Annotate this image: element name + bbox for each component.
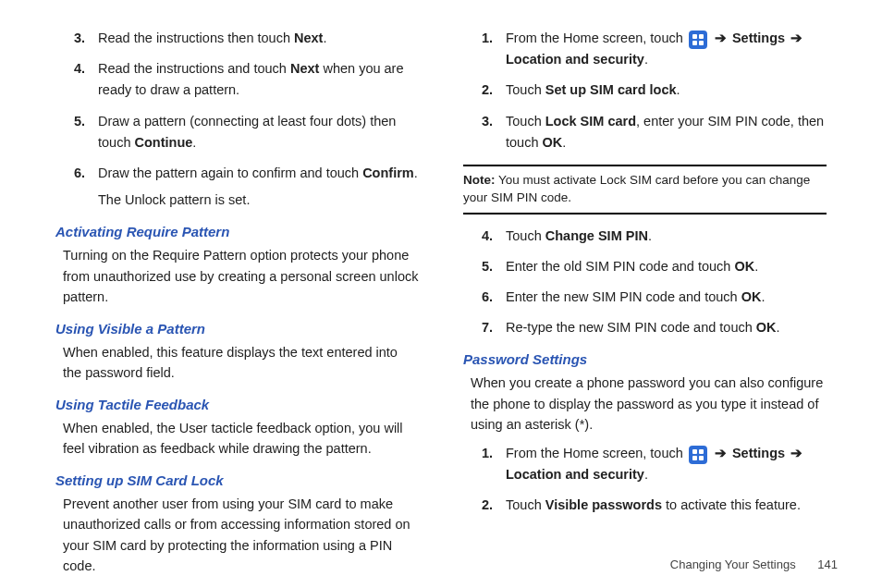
step-number: 3. — [463, 111, 506, 153]
paragraph: When you create a phone password you can… — [471, 373, 827, 435]
list-item: 3. Touch Lock SIM card, enter your SIM P… — [463, 111, 827, 153]
arrow-icon: ➔ — [790, 446, 802, 460]
text: Touch — [506, 114, 545, 129]
text: Enter the new SIM PIN code and touch — [506, 289, 741, 304]
step-number: 1. — [463, 28, 506, 70]
list-item: 5. Draw a pattern (connecting at least f… — [55, 111, 419, 153]
note-label: Note: — [463, 173, 496, 187]
paragraph: When enabled, the User tacticle feedback… — [63, 418, 419, 459]
heading-activating-require-pattern: Activating Require Pattern — [55, 224, 419, 239]
bold: Next — [290, 61, 319, 76]
step-number: 6. — [55, 163, 98, 211]
step-body: Read the instructions then touch Next. — [98, 28, 419, 49]
bold: OK — [543, 135, 563, 150]
extra-line: The Unlock pattern is set. — [98, 190, 419, 211]
page-number: 141 — [817, 557, 838, 571]
note-body: You must activate Lock SIM card before y… — [463, 173, 810, 204]
text: Read the instructions and touch — [98, 61, 290, 76]
list-item: 1. From the Home screen, touch ➔ Setting… — [463, 28, 827, 70]
paragraph: When enabled, this feature displays the … — [63, 342, 419, 384]
list-item: 1. From the Home screen, touch ➔ Setting… — [463, 443, 827, 485]
step-number: 4. — [463, 226, 506, 247]
bold: Set up SIM card lock — [545, 82, 677, 97]
step-number: 3. — [55, 28, 98, 49]
step-body: Touch Change SIM PIN. — [506, 226, 827, 247]
step-number: 1. — [463, 443, 506, 485]
step-body: Enter the new SIM PIN code and touch OK. — [506, 287, 827, 308]
bold: Confirm — [362, 165, 414, 180]
svg-rect-5 — [699, 449, 704, 454]
text: Touch — [506, 82, 545, 97]
text: Touch — [506, 228, 545, 243]
list-item: 7. Re-type the new SIM PIN code and touc… — [463, 317, 827, 338]
step-body: From the Home screen, touch ➔ Settings ➔… — [506, 28, 827, 70]
bold: Next — [294, 31, 323, 45]
bold: Visible passwords — [545, 497, 662, 512]
text: to activate this feature. — [662, 497, 801, 512]
arrow-icon: ➔ — [715, 31, 727, 45]
bold: Settings — [732, 446, 785, 460]
text: Touch — [506, 497, 545, 512]
footer: Changing Your Settings 141 — [670, 557, 838, 571]
list-item: 5. Enter the old SIM PIN code and touch … — [463, 256, 827, 277]
heading-setting-up-sim-card-lock: Setting up SIM Card Lock — [55, 472, 419, 488]
step-body: Touch Lock SIM card, enter your SIM PIN … — [506, 111, 827, 153]
bold: OK — [741, 289, 762, 304]
right-column: 1. From the Home screen, touch ➔ Setting… — [441, 22, 838, 533]
step-number: 2. — [463, 80, 506, 101]
step-number: 5. — [55, 111, 98, 153]
list-item: 2. Touch Visible passwords to activate t… — [463, 495, 827, 516]
text: . — [192, 135, 196, 150]
text: Read the instructions then touch — [98, 31, 294, 45]
bold: OK — [734, 259, 754, 274]
arrow-icon: ➔ — [715, 446, 727, 460]
svg-rect-1 — [699, 34, 704, 39]
step-number: 5. — [463, 256, 506, 277]
paragraph: Prevent another user from using your SIM… — [63, 494, 419, 577]
bold: Continue — [135, 135, 193, 150]
list-item: 2. Touch Set up SIM card lock. — [463, 80, 827, 101]
bold: Location and security — [506, 467, 644, 482]
bold: Lock SIM card — [545, 114, 636, 129]
step-body: From the Home screen, touch ➔ Settings ➔… — [506, 443, 827, 485]
step-number: 4. — [55, 58, 98, 101]
list-item: 6. Enter the new SIM PIN code and touch … — [463, 287, 827, 308]
svg-rect-4 — [692, 449, 697, 454]
heading-using-tactile-feedback: Using Tactile Feedback — [55, 397, 419, 412]
list-item: 6. Draw the pattern again to confirm and… — [55, 163, 419, 211]
apps-grid-icon — [689, 31, 707, 49]
arrow-icon: ➔ — [790, 31, 802, 45]
list-item: 4. Read the instructions and touch Next … — [55, 58, 419, 101]
step-body: Draw the pattern again to confirm and to… — [98, 163, 419, 211]
text: Draw the pattern again to confirm and to… — [98, 165, 362, 180]
step-number: 7. — [463, 317, 506, 338]
step-number: 6. — [463, 287, 506, 308]
bold: Change SIM PIN — [545, 228, 648, 243]
text: . — [648, 228, 652, 243]
text: From the Home screen, touch — [506, 31, 687, 45]
text: . — [414, 165, 418, 180]
step-number: 2. — [463, 495, 506, 516]
svg-rect-2 — [692, 41, 697, 45]
svg-rect-7 — [699, 456, 704, 460]
left-column: 3. Read the instructions then touch Next… — [44, 22, 441, 533]
text: Re-type the new SIM PIN code and touch — [506, 320, 756, 335]
text: . — [323, 31, 326, 45]
bold: Settings — [732, 31, 785, 45]
text: . — [754, 259, 758, 274]
list-item: 3. Read the instructions then touch Next… — [55, 28, 419, 49]
apps-grid-icon — [689, 446, 707, 464]
text: . — [761, 289, 765, 304]
text: From the Home screen, touch — [506, 446, 687, 460]
step-body: Enter the old SIM PIN code and touch OK. — [506, 256, 827, 277]
footer-section: Changing Your Settings — [670, 557, 796, 571]
text: . — [677, 82, 680, 97]
heading-password-settings: Password Settings — [463, 351, 827, 367]
heading-using-visible-pattern: Using Visible a Pattern — [55, 321, 419, 337]
paragraph: Turning on the Require Pattern option pr… — [63, 245, 419, 307]
step-body: Re-type the new SIM PIN code and touch O… — [506, 317, 827, 338]
bold: Location and security — [506, 52, 644, 67]
document-page: 3. Read the instructions then touch Next… — [0, 0, 882, 588]
list-item: 4. Touch Change SIM PIN. — [463, 226, 827, 247]
step-body: Read the instructions and touch Next whe… — [98, 58, 419, 101]
